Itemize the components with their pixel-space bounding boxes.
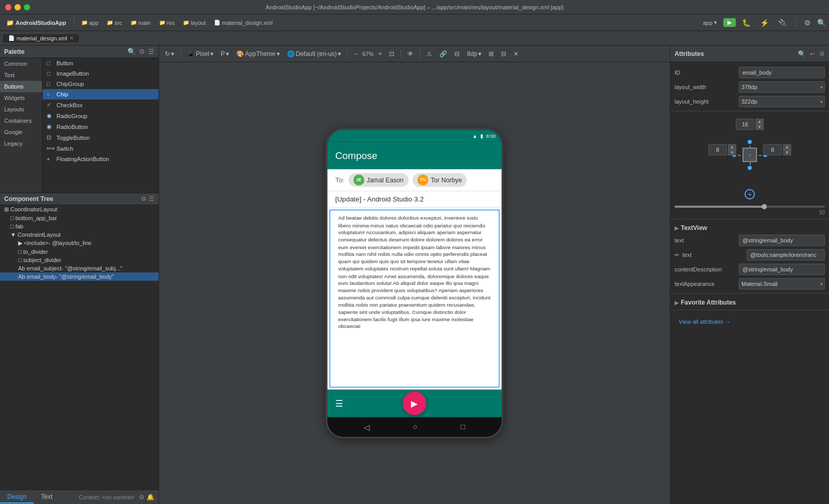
tree-node-email-body[interactable]: Ab email_body- "@string/email_body" <box>0 272 159 281</box>
attr-input-text[interactable] <box>739 235 825 246</box>
email-body-area[interactable]: Ad beatae debitis dolores doloribus exce… <box>330 209 500 387</box>
palette-cat-layouts[interactable]: Layouts <box>0 104 42 115</box>
palette-item-fab[interactable]: + FloatingActionButton <box>42 154 159 164</box>
palette-item-chip[interactable]: ○ Chip <box>42 89 159 99</box>
recipient-chip-tor[interactable]: TN Tor Norbye <box>412 173 467 187</box>
close-tab-btn[interactable]: ✕ <box>69 35 74 41</box>
margin-top-input[interactable] <box>736 119 754 130</box>
maximize-window-btn[interactable] <box>24 4 30 10</box>
margin-left-up[interactable]: ▲ <box>728 144 736 150</box>
warning-btn[interactable]: ⚠ <box>424 49 435 59</box>
canvas-area[interactable]: ▲ ▮ 8:00 Compose To: JE Jamal Eason <box>159 62 670 504</box>
tree-node-fab[interactable]: □ fab <box>0 222 159 231</box>
margin-right-arrows[interactable]: ▲ ▼ <box>783 144 791 155</box>
align-v-btn[interactable]: ⊞ <box>486 49 496 59</box>
attr-input-content-desc[interactable] <box>739 264 825 275</box>
palette-cat-text[interactable]: Text <box>0 69 42 81</box>
palette-item-switch[interactable]: ⟺ Switch <box>42 143 159 154</box>
tree-settings-icon[interactable]: ⚙ <box>141 195 147 203</box>
eye-btn[interactable]: 👁 <box>405 49 416 59</box>
attr-input-text-tools[interactable] <box>747 249 825 261</box>
attr-settings-icon[interactable]: ⚙ <box>819 50 825 57</box>
settings-btn2[interactable]: ⚙ <box>139 494 145 501</box>
attr-value-id[interactable] <box>739 67 825 78</box>
orient-btn[interactable]: ↻ ▾ <box>162 49 177 59</box>
attr-value-layout-height[interactable]: 322dp <box>739 96 825 107</box>
constraint-slider[interactable] <box>675 206 825 208</box>
bottom-handle[interactable] <box>748 166 752 170</box>
attr-search-icon[interactable]: 🔍 <box>798 50 806 57</box>
palette-item-radiogroup[interactable]: ◉ RadioGroup <box>42 110 159 121</box>
slider-thumb[interactable] <box>762 204 767 209</box>
palette-cat-common[interactable]: Common <box>0 58 42 69</box>
view-all-link[interactable]: View all attributes → <box>675 315 825 328</box>
tab-design[interactable]: Design <box>0 491 34 503</box>
recents-nav-icon[interactable]: □ <box>461 422 465 431</box>
attr-input-id[interactable] <box>739 67 825 78</box>
zoom-in-btn[interactable]: + <box>376 49 384 59</box>
fav-arrow[interactable]: ▶ <box>675 300 679 306</box>
profile-btn[interactable]: ⚡ <box>757 18 772 28</box>
tree-node-to-divider[interactable]: □ to_divider <box>0 248 159 256</box>
palette-settings-icon[interactable]: ⚙ <box>139 48 145 55</box>
tab-text[interactable]: Text <box>34 491 60 503</box>
hamburger-icon[interactable]: ☰ <box>335 398 343 409</box>
settings-btn[interactable]: ⚙ <box>801 18 814 28</box>
attr-value-content-desc[interactable] <box>739 264 825 275</box>
add-constraint-btn[interactable]: + <box>745 189 755 199</box>
layout-folder-btn[interactable]: 📁 layout <box>180 19 209 27</box>
src-folder-btn[interactable]: 📁 src <box>104 19 125 27</box>
top-handle[interactable] <box>748 140 752 144</box>
back-nav-icon[interactable]: ◁ <box>364 422 369 431</box>
margin-left-arrows[interactable]: ▲ ▼ <box>728 144 736 155</box>
palette-cat-containers[interactable]: Containers <box>0 115 42 126</box>
palette-cat-widgets[interactable]: Widgets <box>0 92 42 104</box>
align-h-btn[interactable]: ⊟ <box>452 49 462 59</box>
baseline-btn[interactable]: ⊟ <box>498 49 509 59</box>
tree-node-coordinator[interactable]: ⊞ CoordinatorLayout <box>0 205 159 214</box>
app-folder-btn[interactable]: 📁 app <box>78 19 102 27</box>
minimize-window-btn[interactable] <box>15 4 21 10</box>
search-btn[interactable]: 🔍 <box>817 19 826 27</box>
tree-node-subject-divider[interactable]: □ subject_divider <box>0 256 159 264</box>
home-nav-icon[interactable]: ○ <box>412 422 417 431</box>
attr-history-icon[interactable]: ↩ <box>810 50 815 57</box>
margin-top-arrows[interactable]: ▲ ▼ <box>755 119 764 130</box>
tree-view-icon[interactable]: ☰ <box>149 195 154 203</box>
margin-left-input[interactable] <box>708 144 727 155</box>
margin-right-down[interactable]: ▼ <box>783 150 791 155</box>
locale-select[interactable]: 🌐 Default (en-us) ▾ <box>284 49 344 59</box>
notifications-btn[interactable]: 🔔 <box>147 494 154 501</box>
file-tab-material-design[interactable]: 📄 material_design.xml ✕ <box>3 34 79 42</box>
theme-select[interactable]: 🎨 AppTheme ▾ <box>234 49 282 59</box>
palette-item-chipgroup[interactable]: □ ChipGroup <box>42 79 159 89</box>
palette-item-imagebutton[interactable]: □ ImageButton <box>42 68 159 79</box>
section-arrow[interactable]: ▶ <box>675 225 679 231</box>
palette-cat-buttons[interactable]: Buttons <box>0 81 42 92</box>
tree-node-bottom-app-bar[interactable]: □ bottom_app_bar <box>0 214 159 222</box>
attach-btn[interactable]: 🔌 <box>775 18 790 28</box>
palette-item-button[interactable]: □ Button <box>42 58 159 68</box>
clear-constraints-btn[interactable]: ✕ <box>511 49 521 59</box>
palette-item-togglebutton[interactable]: ⊡ ToggleButton <box>42 132 159 143</box>
fab-button[interactable]: ▶ <box>403 392 426 415</box>
margin-left-down[interactable]: ▼ <box>728 150 736 155</box>
palette-cat-google[interactable]: Google <box>0 126 42 138</box>
attr-value-text-tools[interactable] <box>747 249 825 261</box>
palette-item-checkbox[interactable]: ✓ CheckBox <box>42 99 159 110</box>
api-select[interactable]: P ▾ <box>218 49 232 59</box>
margin-top-up[interactable]: ▲ <box>755 119 764 124</box>
run-btn[interactable]: ▶ <box>723 18 736 27</box>
tree-node-constraint[interactable]: ▼ ConstraintLayout <box>0 231 159 239</box>
debug-btn[interactable]: 🐛 <box>739 18 754 28</box>
attr-select-layout-height[interactable]: 322dp <box>739 96 825 107</box>
tree-node-include[interactable]: ▶ <include>- @layout/to_line <box>0 239 159 248</box>
tree-node-email-subject[interactable]: Ab email_subject- "@string/email_subj...… <box>0 264 159 272</box>
attr-select-text-appearance[interactable]: Material.Small <box>739 278 825 290</box>
margin-top-down[interactable]: ▼ <box>755 124 764 130</box>
constraint-btn[interactable]: 🔗 <box>437 49 450 59</box>
close-window-btn[interactable] <box>5 4 11 10</box>
recipient-chip-jamal[interactable]: JE Jamal Eason <box>348 173 408 187</box>
main-folder-btn[interactable]: 📁 main <box>127 19 154 27</box>
palette-view-icon[interactable]: ☰ <box>148 48 154 55</box>
